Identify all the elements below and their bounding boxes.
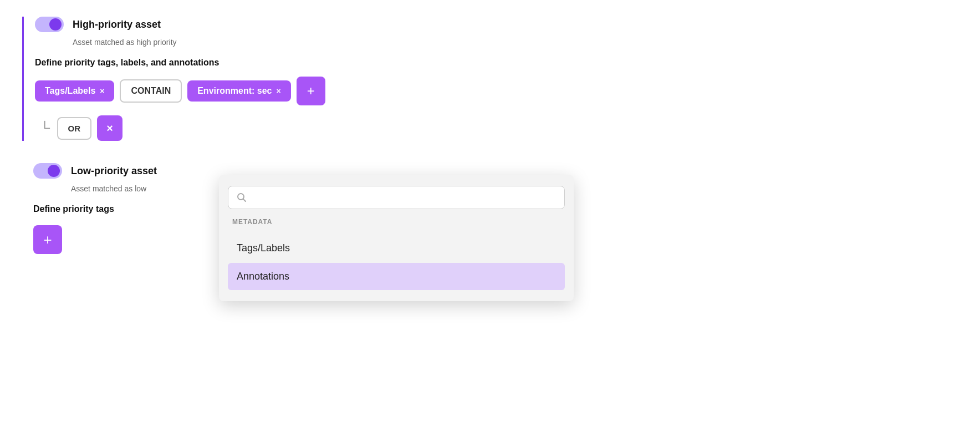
low-priority-toggle-thumb — [48, 165, 60, 177]
metadata-dropdown: METADATA Tags/Labels Annotations — [219, 175, 574, 301]
page-container: High-priority asset Asset matched as hig… — [0, 0, 980, 271]
chip-contain[interactable]: CONTAIN — [120, 79, 182, 103]
or-close-icon: × — [106, 122, 113, 135]
low-priority-add-button[interactable]: + — [33, 225, 62, 254]
dropdown-metadata-label: METADATA — [228, 218, 565, 226]
filter-chips-row: Tags/Labels × CONTAIN Environment: sec ×… — [35, 77, 958, 105]
or-close-button[interactable]: × — [97, 115, 122, 141]
corner-bracket-icon: └ — [39, 122, 50, 134]
dropdown-item-tags-labels[interactable]: Tags/Labels — [228, 235, 565, 262]
svg-line-1 — [243, 199, 246, 202]
high-priority-title: High-priority asset — [73, 19, 161, 31]
or-button[interactable]: OR — [57, 117, 92, 140]
dropdown-search-wrapper — [228, 186, 565, 209]
or-button-label: OR — [68, 124, 81, 133]
low-priority-toggle-track — [33, 163, 62, 179]
chip-tags-labels[interactable]: Tags/Labels × — [35, 80, 114, 102]
high-priority-toggle-thumb — [49, 18, 62, 31]
high-priority-define-label: Define priority tags, labels, and annota… — [35, 58, 958, 68]
low-priority-toggle[interactable] — [33, 163, 62, 179]
high-priority-header: High-priority asset — [35, 17, 958, 32]
chip-tags-labels-text: Tags/Labels — [45, 86, 95, 96]
add-filter-icon: + — [307, 83, 315, 99]
high-priority-toggle-track — [35, 17, 64, 32]
chip-environment-sec-text: Environment: sec — [197, 86, 272, 96]
low-priority-title: Low-priority asset — [71, 165, 157, 177]
dropdown-item-annotations[interactable]: Annotations — [228, 263, 565, 290]
dropdown-items-list: Tags/Labels Annotations — [228, 235, 565, 290]
or-row: └ OR × — [35, 115, 958, 141]
dropdown-item-tags-labels-text: Tags/Labels — [237, 242, 290, 254]
chip-contain-text: CONTAIN — [131, 86, 171, 96]
high-priority-toggle[interactable] — [35, 17, 64, 32]
high-priority-subtitle: Asset matched as high priority — [73, 38, 958, 47]
high-priority-section: High-priority asset Asset matched as hig… — [22, 17, 958, 141]
chip-environment-sec[interactable]: Environment: sec × — [187, 80, 290, 102]
chip-tags-labels-close[interactable]: × — [100, 87, 104, 95]
dropdown-search-icon — [236, 192, 247, 203]
add-filter-button[interactable]: + — [297, 77, 325, 105]
dropdown-search-input[interactable] — [253, 192, 557, 202]
low-priority-add-icon: + — [43, 231, 52, 249]
dropdown-item-annotations-text: Annotations — [237, 271, 289, 282]
chip-environment-sec-close[interactable]: × — [276, 87, 280, 95]
